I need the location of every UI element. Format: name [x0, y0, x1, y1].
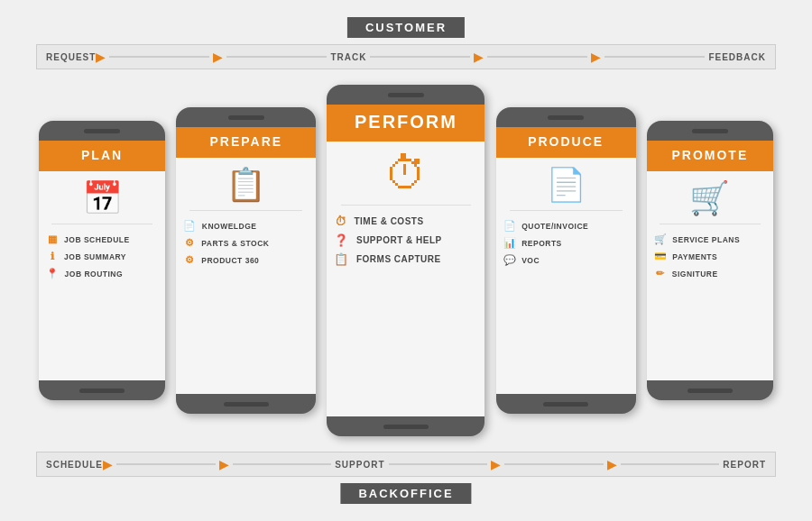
knowledge-label: KNOWELDGE — [202, 222, 257, 231]
notch-bar — [388, 93, 424, 97]
flow-line-2 — [226, 56, 327, 58]
phone-plan-header: PLAN — [39, 141, 165, 171]
flow-arrow-7: ▶ — [491, 457, 501, 471]
phone-perform-notch — [327, 85, 484, 105]
quote-invoice-icon: 📄 — [503, 220, 517, 232]
flow-arrow-1: ▶ — [96, 50, 106, 64]
phone-prepare-header: PREPARE — [176, 127, 316, 158]
menu-item-voc: 💬 VOC — [503, 254, 629, 266]
plan-menu: ▦ JOB SCHEDULE ℹ JOB SUMMARY 📍 JOB ROUTI… — [46, 233, 158, 279]
phone-promote-title: PROMOTE — [656, 148, 764, 162]
bottom-bar — [79, 388, 125, 393]
signature-icon: ✏ — [654, 268, 667, 279]
parts-stock-label: PARTS & STOCK — [201, 239, 269, 248]
divider — [51, 224, 152, 224]
phone-plan-notch — [39, 121, 165, 141]
promote-icon: 🛒 — [689, 182, 730, 215]
notch-bar — [84, 129, 120, 133]
bottom-bar — [687, 388, 733, 393]
product360-icon: ⚙ — [183, 254, 196, 266]
flow-request-label: REQUEST — [46, 52, 96, 62]
product360-label: PRODUCT 360 — [201, 256, 259, 265]
prepare-icon: 📋 — [226, 169, 266, 201]
top-flow-bar: REQUEST ▶ ▶ TRACK ▶ ▶ FEEDBACK — [36, 44, 776, 69]
phone-perform-bottom — [327, 416, 484, 436]
flow-feedback-label: FEEDBACK — [708, 52, 766, 62]
phone-promote-header: PROMOTE — [647, 141, 773, 171]
time-costs-icon: ⏱ — [334, 215, 346, 228]
promote-menu: 🛒 SERVICE PLANS 💳 PAYMENTS ✏ SIGNITURE — [654, 233, 766, 279]
forms-capture-icon: 📋 — [334, 252, 349, 266]
job-routing-label: JOB ROUTING — [65, 270, 124, 279]
phone-prepare-title: PREPARE — [185, 134, 307, 149]
diagram-container: CUSTOMER REQUEST ▶ ▶ TRACK ▶ ▶ FEEDBACK … — [18, 17, 794, 504]
produce-menu: 📄 QUOTE/INVOICE 📊 REPORTS 💬 VOC — [503, 220, 629, 266]
phone-promote-body: 🛒 🛒 SERVICE PLANS 💳 PAYMENTS ✏ SIGNITURE — [647, 171, 773, 380]
divider — [189, 210, 302, 211]
customer-label: CUSTOMER — [347, 17, 465, 38]
menu-item-job-routing: 📍 JOB ROUTING — [46, 268, 158, 279]
parts-stock-icon: ⚙ — [183, 237, 196, 249]
quote-invoice-label: QUOTE/INVOICE — [521, 222, 588, 231]
forms-capture-label: FORMS CAPTURE — [356, 254, 441, 264]
menu-item-signature: ✏ SIGNITURE — [654, 268, 766, 279]
flow-line-8 — [389, 463, 488, 465]
support-help-label: SUPPORT & HELP — [356, 235, 442, 245]
divider — [510, 210, 623, 211]
phone-plan-title: PLAN — [48, 148, 156, 162]
menu-item-product360: ⚙ PRODUCT 360 — [183, 254, 309, 266]
menu-item-job-schedule: ▦ JOB SCHEDULE — [46, 233, 158, 245]
menu-item-time-costs: ⏱ TIME & COSTS — [334, 215, 477, 228]
support-help-icon: ❓ — [334, 233, 349, 247]
phone-produce-header: PRODUCE — [496, 127, 636, 158]
bottom-bar — [383, 425, 429, 429]
phone-prepare-notch — [176, 107, 316, 127]
voc-icon: 💬 — [503, 254, 517, 266]
knowledge-icon: 📄 — [183, 220, 197, 232]
plan-icon: 📅 — [82, 182, 123, 215]
flow-arrow-3: ▶ — [474, 50, 484, 64]
flow-line-7 — [233, 463, 332, 465]
divider — [341, 205, 470, 206]
perform-menu: ⏱ TIME & COSTS ❓ SUPPORT & HELP 📋 FORMS … — [334, 215, 477, 266]
produce-icon: 📄 — [546, 169, 586, 201]
flow-line-10 — [621, 463, 720, 465]
phone-perform: PERFORM ⏱ ⏱ TIME & COSTS ❓ SUPPORT & HEL… — [327, 85, 484, 436]
payments-label: PAYMENTS — [672, 252, 717, 261]
phone-perform-body: ⏱ ⏱ TIME & COSTS ❓ SUPPORT & HELP 📋 FORM… — [327, 142, 484, 416]
payments-icon: 💳 — [654, 251, 668, 262]
job-schedule-icon: ▦ — [46, 233, 59, 245]
phone-plan: PLAN 📅 ▦ JOB SCHEDULE ℹ JOB SUMMARY 📍 — [39, 121, 165, 400]
phone-produce-notch — [496, 107, 636, 127]
flow-schedule-label: SCHEDULE — [46, 460, 103, 470]
service-plans-icon: 🛒 — [654, 233, 668, 245]
menu-item-forms-capture: 📋 FORMS CAPTURE — [334, 252, 477, 266]
phone-produce-title: PRODUCE — [505, 134, 627, 149]
menu-item-quote-invoice: 📄 QUOTE/INVOICE — [503, 220, 629, 232]
phone-prepare-body: 📋 📄 KNOWELDGE ⚙ PARTS & STOCK ⚙ PRODUCT … — [176, 158, 316, 394]
menu-item-payments: 💳 PAYMENTS — [654, 251, 766, 262]
menu-item-parts-stock: ⚙ PARTS & STOCK — [183, 237, 309, 249]
notch-bar — [548, 115, 584, 120]
bottom-bar — [543, 402, 588, 407]
flow-arrow-2: ▶ — [213, 50, 223, 64]
menu-item-knowledge: 📄 KNOWELDGE — [183, 220, 309, 232]
phone-promote: PROMOTE 🛒 🛒 SERVICE PLANS 💳 PAYMENTS ✏ — [647, 121, 773, 400]
flow-line-1 — [109, 56, 209, 58]
job-routing-icon: 📍 — [46, 268, 60, 279]
flow-line-4 — [487, 56, 587, 58]
bottom-flow-bar: SCHEDULE ▶ ▶ SUPPORT ▶ ▶ REPORT — [36, 452, 776, 477]
divider — [660, 224, 761, 224]
job-summary-icon: ℹ — [46, 251, 59, 262]
flow-line-6 — [116, 463, 216, 465]
phones-row: PLAN 📅 ▦ JOB SCHEDULE ℹ JOB SUMMARY 📍 — [36, 69, 776, 452]
reports-icon: 📊 — [503, 237, 517, 249]
phone-produce-bottom — [496, 394, 636, 414]
notch-bar — [692, 129, 728, 133]
flow-track-label: TRACK — [330, 52, 366, 62]
menu-item-support-help: ❓ SUPPORT & HELP — [334, 233, 477, 247]
backoffice-label: BACKOFFICE — [340, 483, 471, 504]
time-costs-label: TIME & COSTS — [354, 216, 423, 226]
signature-label: SIGNITURE — [672, 270, 718, 279]
menu-item-job-summary: ℹ JOB SUMMARY — [46, 251, 158, 262]
